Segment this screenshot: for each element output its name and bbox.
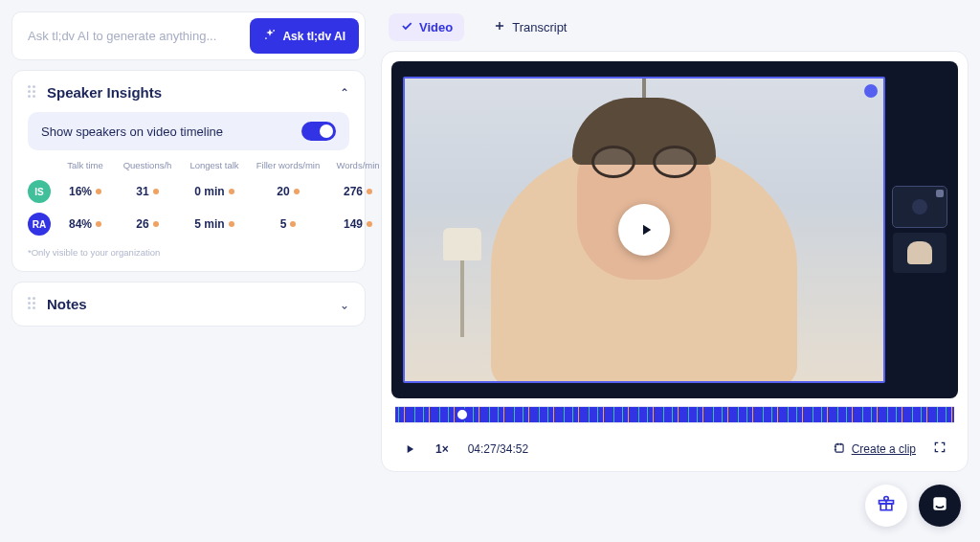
speaker-insights-card: Speaker Insights ⌃ Show speakers on vide… <box>11 70 366 272</box>
participant-thumbnails <box>893 187 947 273</box>
play-button[interactable] <box>618 204 670 256</box>
notes-title: Notes <box>47 296 87 312</box>
insights-footnote: *Only visible to your organization <box>28 247 349 258</box>
video-main-frame[interactable] <box>403 77 885 383</box>
tab-video[interactable]: Video <box>389 13 464 41</box>
video-player <box>391 61 958 398</box>
help-chat-button[interactable] <box>919 485 961 527</box>
participant-thumb[interactable] <box>893 233 947 273</box>
video-timeline[interactable] <box>395 406 954 423</box>
table-row: RA 84% 26 5 min 5 149 <box>28 213 349 236</box>
sparkle-icon <box>263 28 277 44</box>
fullscreen-button[interactable] <box>933 440 947 458</box>
speaker-insights-title: Speaker Insights <box>47 84 162 101</box>
playback-speed-button[interactable]: 1× <box>435 442 449 456</box>
drag-handle-icon[interactable] <box>28 297 37 312</box>
tab-transcript-label: Transcript <box>512 20 567 34</box>
svg-point-0 <box>274 30 276 32</box>
create-clip-button[interactable]: Create a clip <box>833 441 916 458</box>
participant-thumb[interactable] <box>893 187 947 227</box>
tab-transcript[interactable]: Transcript <box>481 13 578 41</box>
timecode: 04:27/34:52 <box>468 442 528 456</box>
mic-icon <box>936 190 944 197</box>
view-tabs: Video Transcript <box>381 11 969 51</box>
toggle-label: Show speakers on video timeline <box>41 124 223 139</box>
notes-card: Notes ⌃ <box>11 282 366 327</box>
check-icon <box>400 19 413 35</box>
gift-button[interactable] <box>865 485 907 527</box>
plus-icon <box>493 19 506 35</box>
tab-video-label: Video <box>419 20 453 34</box>
ask-ai-label: Ask tl;dv AI <box>282 30 345 43</box>
svg-rect-2 <box>835 443 843 451</box>
play-button-small[interactable] <box>403 442 416 456</box>
chevron-up-icon: ⌃ <box>340 86 349 100</box>
show-speakers-toggle-row: Show speakers on video timeline <box>28 112 349 150</box>
ai-prompt-input[interactable] <box>18 21 250 51</box>
create-clip-label: Create a clip <box>852 442 916 456</box>
chevron-down-icon: ⌃ <box>340 298 349 311</box>
ai-ask-bar: Ask tl;dv AI <box>11 11 366 60</box>
player-controls: 1× 04:27/34:52 Create a clip <box>391 431 958 460</box>
table-row: IS 16% 31 0 min 20 276 <box>28 180 349 203</box>
clip-icon <box>833 441 846 458</box>
show-speakers-toggle[interactable] <box>301 122 336 141</box>
notes-header[interactable]: Notes ⌃ <box>28 296 349 312</box>
ask-ai-button[interactable]: Ask tl;dv AI <box>250 18 359 54</box>
drag-handle-icon[interactable] <box>28 85 37 101</box>
speaker-avatar: RA <box>28 213 51 236</box>
intercom-icon <box>930 494 949 517</box>
svg-point-1 <box>265 37 267 39</box>
video-card: 1× 04:27/34:52 Create a clip <box>381 51 969 472</box>
speaker-insights-header[interactable]: Speaker Insights ⌃ <box>28 84 349 101</box>
speaker-avatar: IS <box>28 180 51 203</box>
gift-icon <box>877 494 896 517</box>
insights-table-header: . Talk time Questions/h Longest talk Fil… <box>28 160 349 170</box>
active-speaker-indicator-icon <box>864 84 878 98</box>
playhead[interactable] <box>462 406 464 423</box>
